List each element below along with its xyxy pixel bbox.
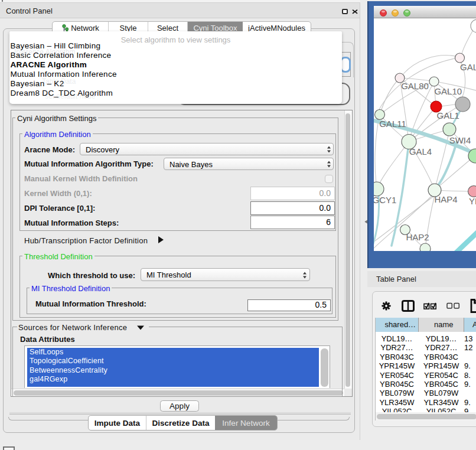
svg-text:GAL80: GAL80 — [401, 81, 429, 91]
svg-text:GAL1: GAL1 — [437, 110, 459, 120]
svg-text:HAP2: HAP2 — [406, 232, 429, 242]
svg-text:HAP4: HAP4 — [434, 194, 457, 204]
svg-text:SWI4: SWI4 — [449, 135, 471, 145]
svg-text:GCY1: GCY1 — [374, 195, 396, 205]
svg-text:YK: YK — [469, 196, 476, 206]
svg-text:GAL11: GAL11 — [379, 119, 406, 129]
svg-text:GAL4: GAL4 — [409, 146, 432, 156]
svg-text:GAL2: GAL2 — [460, 62, 476, 72]
svg-text:GAL10: GAL10 — [434, 86, 462, 96]
